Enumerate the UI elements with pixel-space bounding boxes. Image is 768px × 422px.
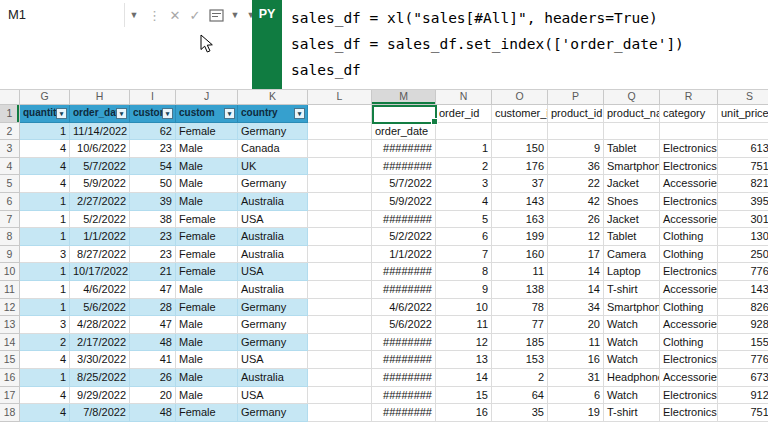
cell[interactable]: 42: [548, 193, 604, 211]
cell[interactable]: 26: [548, 211, 604, 229]
cell[interactable]: Tablet: [604, 228, 660, 246]
cell[interactable]: 10/6/2022: [70, 140, 130, 158]
cell[interactable]: [660, 123, 718, 141]
cell[interactable]: Accessories: [660, 175, 718, 193]
cell[interactable]: Female: [176, 404, 238, 422]
cell[interactable]: Accessories: [660, 281, 718, 299]
cell[interactable]: 8/27/2022: [70, 246, 130, 264]
row-header[interactable]: 8: [0, 228, 20, 246]
cell[interactable]: 4/28/2022: [70, 316, 130, 334]
cell[interactable]: 928.4: [718, 316, 768, 334]
name-box-dropdown-icon[interactable]: ▼: [125, 10, 143, 20]
cell[interactable]: 1: [436, 140, 492, 158]
cell[interactable]: Clothing: [660, 228, 718, 246]
cell[interactable]: 2: [436, 158, 492, 176]
cell[interactable]: UK: [238, 158, 308, 176]
cell[interactable]: Germany: [238, 299, 308, 317]
row-header[interactable]: 10: [0, 263, 20, 281]
cell[interactable]: [436, 123, 492, 141]
cell[interactable]: 2/27/2022: [70, 193, 130, 211]
row-header[interactable]: 11: [0, 281, 20, 299]
cell[interactable]: product_name: [604, 105, 660, 123]
cell[interactable]: [308, 263, 372, 281]
cell[interactable]: Female: [176, 211, 238, 229]
cell[interactable]: 48: [130, 334, 176, 352]
cell[interactable]: 8: [436, 263, 492, 281]
cell[interactable]: 143.2: [718, 281, 768, 299]
cell[interactable]: product_id: [548, 105, 604, 123]
cell[interactable]: [308, 387, 372, 405]
cell[interactable]: 28: [130, 299, 176, 317]
cell[interactable]: 185: [492, 334, 548, 352]
formula-editor[interactable]: sales_df = xl("sales[#All]", headers=Tru…: [282, 0, 768, 94]
cell[interactable]: USA: [238, 351, 308, 369]
cell[interactable]: 64: [492, 387, 548, 405]
cell[interactable]: Watch: [604, 334, 660, 352]
cell[interactable]: Electronics: [660, 404, 718, 422]
cell[interactable]: [308, 175, 372, 193]
cell[interactable]: 673.7: [718, 369, 768, 387]
cell[interactable]: 1: [20, 123, 70, 141]
cell[interactable]: 5: [436, 211, 492, 229]
cell[interactable]: 31: [548, 369, 604, 387]
cell[interactable]: 37: [492, 175, 548, 193]
cell[interactable]: [308, 369, 372, 387]
cell[interactable]: Clothing: [660, 334, 718, 352]
enter-icon[interactable]: ✓: [185, 8, 205, 23]
row-header[interactable]: 18: [0, 404, 20, 422]
cell[interactable]: 395.2: [718, 193, 768, 211]
cell[interactable]: 9: [548, 140, 604, 158]
cell[interactable]: 10/17/2022: [70, 263, 130, 281]
cell[interactable]: 4: [20, 404, 70, 422]
cell[interactable]: ########: [372, 281, 436, 299]
cell[interactable]: country▾: [238, 105, 308, 123]
cell[interactable]: 826.0: [718, 299, 768, 317]
cell[interactable]: USA: [238, 387, 308, 405]
cancel-icon[interactable]: ✕: [165, 8, 185, 23]
cell[interactable]: 26: [130, 369, 176, 387]
cell[interactable]: [308, 123, 372, 141]
row-header[interactable]: 12: [0, 299, 20, 317]
cell[interactable]: 7: [436, 246, 492, 264]
cell[interactable]: 35: [492, 404, 548, 422]
cell[interactable]: 5/6/2022: [372, 316, 436, 334]
cell[interactable]: Male: [176, 193, 238, 211]
cell[interactable]: 6: [548, 387, 604, 405]
cell[interactable]: 751.8: [718, 158, 768, 176]
cell[interactable]: order_date: [372, 123, 436, 141]
cell[interactable]: Tablet: [604, 140, 660, 158]
cell[interactable]: 11: [492, 263, 548, 281]
cell[interactable]: 4/6/2022: [372, 299, 436, 317]
cell[interactable]: Male: [176, 334, 238, 352]
cell[interactable]: Male: [176, 140, 238, 158]
cell[interactable]: Watch: [604, 387, 660, 405]
cell[interactable]: Australia: [238, 193, 308, 211]
row-header[interactable]: 9: [0, 246, 20, 264]
cell[interactable]: [308, 158, 372, 176]
cell[interactable]: 39: [130, 193, 176, 211]
cell[interactable]: 13: [436, 351, 492, 369]
filter-button[interactable]: ▾: [116, 108, 127, 119]
cell[interactable]: Electronics: [660, 158, 718, 176]
cell[interactable]: 912.2: [718, 387, 768, 405]
row-header[interactable]: 17: [0, 387, 20, 405]
cell[interactable]: unit_price: [718, 105, 768, 123]
cell[interactable]: customer_id: [492, 105, 548, 123]
cell[interactable]: Male: [176, 316, 238, 334]
cell[interactable]: Clothing: [660, 246, 718, 264]
cell[interactable]: Smartphone: [604, 299, 660, 317]
cell[interactable]: ########: [372, 369, 436, 387]
cell[interactable]: 23: [130, 228, 176, 246]
cell[interactable]: 4: [436, 193, 492, 211]
cell[interactable]: 6: [436, 228, 492, 246]
filter-button[interactable]: ▾: [224, 108, 235, 119]
cell[interactable]: T-shirt: [604, 281, 660, 299]
cell[interactable]: 4/6/2022: [70, 281, 130, 299]
cell[interactable]: 4: [20, 158, 70, 176]
cell[interactable]: Australia: [238, 246, 308, 264]
cell[interactable]: 7/8/2022: [70, 404, 130, 422]
cell[interactable]: quantity▾: [20, 105, 70, 123]
cell[interactable]: 199: [492, 228, 548, 246]
cell[interactable]: 77: [492, 316, 548, 334]
cell[interactable]: 5/6/2022: [70, 299, 130, 317]
